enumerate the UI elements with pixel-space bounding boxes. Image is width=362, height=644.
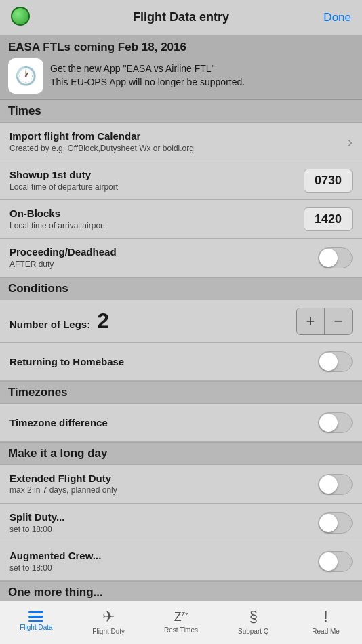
homebase-row: Returning to Homebase	[0, 343, 362, 381]
proceeding-toggle-knob	[319, 249, 338, 267]
showup-title: Showup 1st duty	[9, 168, 297, 182]
plane-icon: ✈	[102, 608, 115, 626]
tab-flight-duty[interactable]: ✈ Flight Duty	[73, 601, 145, 644]
exclamation-icon: !	[324, 608, 328, 626]
tab-read-me[interactable]: ! Read Me	[289, 601, 362, 644]
tab-subpart-q[interactable]: § Subpart Q	[217, 601, 289, 644]
tab-flight-data-label: Flight Data	[20, 624, 52, 631]
extended-duty-toggle-knob	[319, 475, 338, 494]
legs-increment-button[interactable]: +	[297, 308, 324, 334]
done-button[interactable]: Done	[323, 11, 351, 24]
zzz-icon: Zzz	[174, 609, 188, 624]
long-day-section-header: Make it a long day	[0, 442, 362, 465]
tab-flight-duty-label: Flight Duty	[92, 628, 125, 635]
banner-line1: Get the new App "EASA vs Airline FTL"	[50, 62, 245, 76]
status-indicator	[11, 7, 33, 28]
timezone-diff-title: Timezone difference	[9, 416, 311, 430]
timezone-diff-toggle[interactable]	[318, 412, 353, 433]
proceeding-toggle[interactable]	[318, 247, 353, 268]
split-duty-toggle[interactable]	[318, 512, 353, 534]
extended-duty-row: Extended Flight Duty max 2 in 7 days, pl…	[0, 465, 362, 504]
extended-duty-subtitle: max 2 in 7 days, planned only	[9, 485, 311, 496]
augmented-crew-toggle-knob	[319, 552, 338, 571]
split-duty-row: Split Duty... set to 18:00	[0, 504, 362, 542]
easa-banner: EASA FTLs coming Feb 18, 2016 🕐 Get the …	[0, 35, 362, 100]
augmented-crew-title: Augmented Crew...	[9, 549, 311, 563]
import-flight-title: Import flight from Calendar	[9, 129, 337, 143]
homebase-toggle[interactable]	[318, 351, 353, 372]
timezone-diff-row: Timezone difference	[0, 404, 362, 442]
tab-rest-times[interactable]: Zzz Rest Times	[145, 601, 218, 644]
timezone-diff-toggle-knob	[319, 414, 338, 432]
times-section-header: Times	[0, 100, 362, 123]
tab-flight-data[interactable]: Flight Data	[0, 601, 73, 644]
onblocks-subtitle: Local time of arrival airport	[9, 221, 297, 232]
homebase-title: Returning to Homebase	[9, 355, 311, 369]
green-status-circle	[11, 7, 30, 26]
app-header: Flight Data entry Done	[0, 0, 362, 35]
import-flight-subtitle: Created by e.g. OffBlock,Dutysheet Wx or…	[9, 144, 337, 155]
onblocks-time-input[interactable]: 1420	[304, 207, 353, 231]
tab-rest-times-label: Rest Times	[164, 626, 198, 634]
conditions-section-header: Conditions	[0, 277, 362, 300]
split-duty-subtitle: set to 18:00	[9, 525, 311, 536]
legs-decrement-button[interactable]: −	[325, 308, 352, 334]
augmented-crew-toggle[interactable]	[318, 551, 353, 572]
proceeding-row: Proceeding/Deadhead AFTER duty	[0, 239, 362, 277]
augmented-crew-row: Augmented Crew... set to 18:00	[0, 542, 362, 581]
homebase-toggle-knob	[319, 353, 338, 371]
import-flight-row[interactable]: Import flight from Calendar Created by e…	[0, 123, 362, 161]
extended-duty-toggle[interactable]	[318, 474, 353, 495]
hamburger-icon	[28, 611, 43, 622]
showup-row: Showup 1st duty Local time of departure …	[0, 161, 362, 200]
onblocks-title: On-Blocks	[9, 207, 297, 220]
augmented-crew-subtitle: set to 18:00	[9, 563, 311, 574]
banner-content: 🕐 Get the new App "EASA vs Airline FTL" …	[8, 58, 354, 94]
banner-icon: 🕐	[8, 58, 43, 94]
split-duty-title: Split Duty...	[9, 510, 311, 524]
showup-subtitle: Local time of departure airport	[9, 182, 297, 193]
page-title: Flight Data entry	[133, 10, 229, 24]
extended-duty-title: Extended Flight Duty	[9, 472, 311, 485]
legs-stepper[interactable]: + −	[296, 308, 353, 335]
tab-subpart-q-label: Subpart Q	[238, 628, 269, 635]
section-icon: §	[249, 608, 258, 626]
legs-row: Number of Legs: 2 + −	[0, 300, 362, 343]
banner-line2: This EU-OPS App will no longer be suppor…	[50, 76, 245, 89]
legs-label: Number of Legs: 2	[9, 319, 109, 330]
legs-value: 2	[97, 308, 109, 333]
tab-bar: Flight Data ✈ Flight Duty Zzz Rest Times…	[0, 601, 362, 644]
chevron-right-icon: ›	[348, 134, 353, 150]
timezones-section-header: Timezones	[0, 381, 362, 404]
showup-time-input[interactable]: 0730	[304, 169, 353, 193]
proceeding-title: Proceeding/Deadhead	[9, 245, 311, 259]
split-duty-toggle-knob	[319, 514, 338, 532]
proceeding-subtitle: AFTER duty	[9, 260, 311, 270]
tab-read-me-label: Read Me	[312, 628, 340, 635]
banner-text: Get the new App "EASA vs Airline FTL" Th…	[50, 62, 245, 89]
onblocks-row: On-Blocks Local time of arrival airport …	[0, 200, 362, 239]
banner-title: EASA FTLs coming Feb 18, 2016	[8, 41, 354, 54]
